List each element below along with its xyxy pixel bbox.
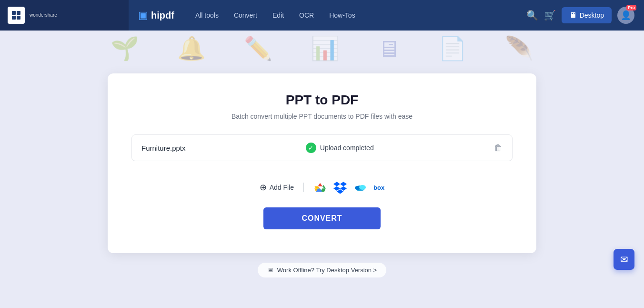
file-name: Furniture.pptx (141, 144, 186, 152)
desktop-version-icon: 🖥 (267, 267, 273, 274)
hipdf-logo[interactable]: ▣ hipdf (129, 9, 184, 21)
upload-status-text: Upload completed (320, 144, 374, 152)
page-title: PPT to PDF (131, 92, 513, 108)
plus-icon: ⊕ (260, 182, 267, 193)
footer-banner-text: Work Offline? Try Desktop Version > (277, 267, 377, 274)
separator (303, 183, 304, 192)
hipdf-icon: ▣ (138, 9, 148, 21)
nav-all-tools[interactable]: All tools (189, 8, 225, 23)
convert-wrap: CONVERT (131, 207, 513, 229)
nav-ocr[interactable]: OCR (292, 8, 321, 23)
add-file-row: ⊕ Add File (131, 177, 513, 204)
pro-badge: Pro (626, 5, 636, 10)
nav-how-tos[interactable]: How-Tos (322, 8, 362, 23)
nav-edit[interactable]: Edit (266, 8, 291, 23)
user-avatar-wrap[interactable]: 👤 Pro (617, 7, 634, 24)
svg-rect-1 (17, 11, 20, 15)
main-card: PPT to PDF Batch convert multiple PPT do… (108, 73, 536, 253)
hipdf-name: hipdf (151, 10, 174, 21)
page-wrap: PPT to PDF Batch convert multiple PPT do… (0, 31, 644, 308)
divider (131, 169, 513, 169)
brand-text: wondershare (30, 12, 57, 18)
wondershare-logo (8, 7, 25, 24)
navbar: wondershare ▣ hipdf All tools Convert Ed… (0, 0, 644, 31)
box-icon[interactable]: box (373, 184, 384, 191)
upload-status: ✓ Upload completed (306, 143, 374, 153)
file-row: Furniture.pptx ✓ Upload completed 🗑 (131, 134, 513, 161)
svg-rect-3 (17, 16, 20, 20)
brand-area: wondershare (0, 0, 129, 31)
cloud-icons: box (313, 181, 384, 194)
google-drive-icon[interactable] (313, 181, 327, 194)
footer-banner[interactable]: 🖥 Work Offline? Try Desktop Version > (258, 263, 386, 277)
nav-actions: 🔍 🛒 🖥 Desktop 👤 Pro (526, 7, 644, 24)
svg-point-6 (359, 185, 366, 190)
add-file-button[interactable]: ⊕ Add File (260, 182, 294, 193)
desktop-button[interactable]: 🖥 Desktop (562, 7, 612, 23)
email-fab-button[interactable]: ✉ (614, 249, 634, 270)
check-circle-icon: ✓ (306, 143, 316, 153)
dropbox-icon[interactable] (333, 181, 347, 194)
monitor-icon: 🖥 (569, 11, 577, 20)
nav-links: All tools Convert Edit OCR How-Tos (184, 8, 526, 23)
svg-rect-0 (12, 11, 16, 15)
delete-file-button[interactable]: 🗑 (494, 143, 503, 153)
nav-convert[interactable]: Convert (227, 8, 264, 23)
onedrive-icon[interactable] (353, 181, 367, 194)
convert-button[interactable]: CONVERT (263, 207, 380, 229)
cart-icon[interactable]: 🛒 (544, 10, 556, 21)
page-subtitle: Batch convert multiple PPT documents to … (131, 113, 513, 120)
add-file-label: Add File (270, 184, 294, 191)
search-icon[interactable]: 🔍 (526, 10, 538, 21)
svg-rect-2 (12, 16, 16, 20)
